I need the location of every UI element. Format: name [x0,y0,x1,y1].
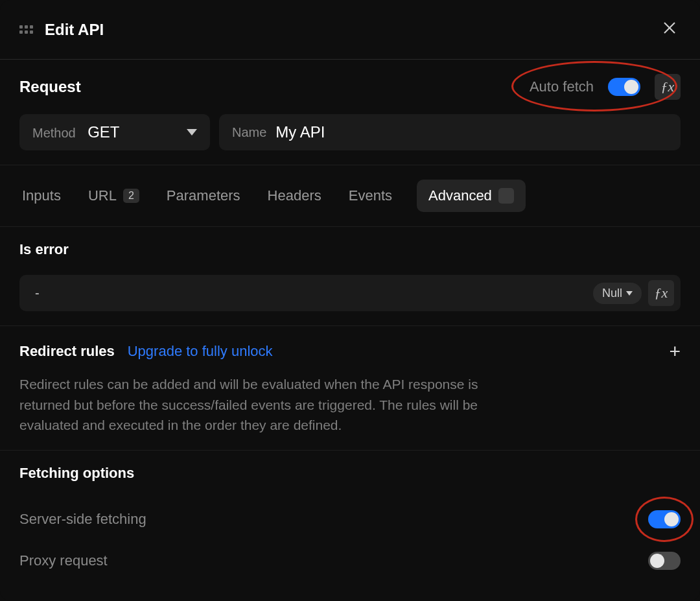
tab-label: Advanced [428,187,492,204]
close-icon[interactable] [659,17,681,42]
autofetch-label: Auto fetch [530,78,594,95]
proxy-toggle[interactable] [648,552,681,570]
panel-title: Edit API [45,21,104,39]
name-value: My API [275,123,325,141]
method-value: GET [88,123,119,141]
proxy-label: Proxy request [19,552,108,569]
tab-inputs[interactable]: Inputs [19,181,64,211]
tab-label: Headers [268,187,321,204]
request-header-row: Request Auto fetch ƒx [19,74,681,100]
fx-button-autofetch[interactable]: ƒx [655,74,681,100]
svg-marker-2 [187,129,197,136]
redirect-description: Redirect rules can be added and will be … [19,374,512,436]
type-chip-null[interactable]: Null [593,283,642,304]
type-chip-label: Null [602,287,622,300]
fetching-heading: Fetching options [19,465,681,482]
redirect-header-left: Redirect rules Upgrade to fully unlock [19,343,273,360]
upgrade-link[interactable]: Upgrade to fully unlock [128,343,273,360]
tab-headers[interactable]: Headers [265,181,324,211]
edit-api-panel: Edit API Request Auto fetch ƒx Method GE… [0,0,700,601]
tab-url[interactable]: URL2 [86,181,142,211]
tab-label: Events [349,187,392,204]
titlebar: Edit API [0,0,700,60]
tab-label: URL [88,187,117,204]
is-error-section: Is error - Null ƒx [0,227,700,326]
redirect-header-row: Redirect rules Upgrade to fully unlock + [19,340,681,362]
redirect-rules-section: Redirect rules Upgrade to fully unlock +… [0,326,700,451]
chevron-down-icon [187,126,197,138]
tab-badge-empty [498,188,514,204]
titlebar-left: Edit API [19,21,104,39]
svg-marker-3 [626,291,633,296]
is-error-input[interactable]: - Null ƒx [19,275,681,311]
is-error-value: - [35,286,40,301]
chevron-down-icon [626,291,633,296]
tab-label: Inputs [22,187,61,204]
tab-events[interactable]: Events [346,181,395,211]
tab-label: Parameters [167,187,240,204]
drag-grip-icon[interactable] [19,25,33,34]
name-input[interactable]: Name My API [219,114,681,150]
autofetch-group: Auto fetch ƒx [530,74,681,100]
name-label: Name [232,125,266,140]
method-label: Method [32,126,76,140]
fetching-options-section: Fetching options Server-side fetching Pr… [0,451,700,596]
server-side-label: Server-side fetching [19,511,146,528]
request-section: Request Auto fetch ƒx Method GET Name [0,60,700,165]
method-select[interactable]: Method GET [19,114,210,150]
proxy-request-row: Proxy request [19,540,681,582]
add-rule-icon[interactable]: + [669,340,681,362]
server-side-toggle[interactable] [648,510,681,528]
redirect-heading: Redirect rules [19,343,115,360]
is-error-controls: Null ƒx [593,280,674,306]
autofetch-toggle[interactable] [608,78,640,96]
tab-advanced[interactable]: Advanced [417,180,526,212]
is-error-heading: Is error [19,241,681,258]
server-side-fetching-row: Server-side fetching [19,499,681,540]
fx-button-iserror[interactable]: ƒx [648,280,674,306]
tabs-row: Inputs URL2 Parameters Headers Events Ad… [0,165,700,227]
tab-parameters[interactable]: Parameters [164,181,243,211]
tab-badge-count: 2 [123,189,139,203]
request-heading: Request [19,78,81,96]
request-fields-row: Method GET Name My API [19,114,681,150]
